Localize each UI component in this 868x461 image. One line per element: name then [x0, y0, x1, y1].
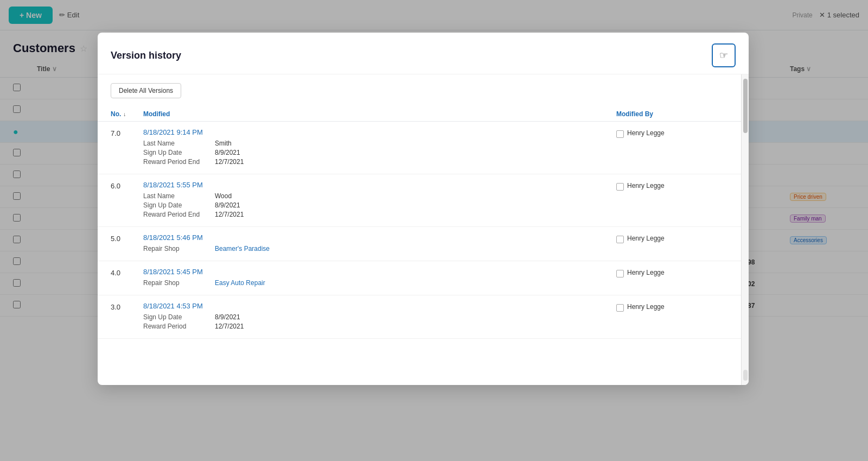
- field-value-reward-period: 12/7/2021: [215, 158, 244, 166]
- field-value-signup: 8/9/2021: [215, 313, 240, 321]
- scrollbar-track[interactable]: [741, 74, 749, 385]
- version-field-row: Repair Shop Beamer's Paradise: [143, 245, 616, 252]
- modal-body: Delete All Versions No. ↓ Modified Modif…: [98, 74, 749, 385]
- version-number: 3.0: [111, 302, 143, 311]
- version-entry-5: 5.0 8/18/2021 5:46 PM Repair Shop Beamer…: [98, 227, 749, 261]
- field-label-signup: Sign Up Date: [143, 313, 208, 321]
- version-select-checkbox[interactable]: [616, 270, 624, 277]
- version-modified-by: Henry Legge: [616, 302, 736, 312]
- version-number: 5.0: [111, 233, 143, 243]
- version-field-row: Sign Up Date 8/9/2021: [143, 201, 616, 209]
- version-author-name: Henry Legge: [627, 235, 665, 242]
- version-field-row: Sign Up Date 8/9/2021: [143, 313, 616, 321]
- version-select-checkbox[interactable]: [616, 183, 624, 191]
- version-date[interactable]: 8/18/2021 4:53 PM: [143, 302, 616, 310]
- col-no-header[interactable]: No. ↓: [111, 110, 143, 118]
- version-entry-7: 7.0 8/18/2021 9:14 PM Last Name Smith Si…: [98, 122, 749, 174]
- version-details: 8/18/2021 9:14 PM Last Name Smith Sign U…: [143, 128, 616, 167]
- field-label-signup: Sign Up Date: [143, 201, 208, 209]
- version-date[interactable]: 8/18/2021 5:46 PM: [143, 233, 616, 242]
- version-select-checkbox[interactable]: [616, 130, 624, 138]
- version-field-row: Sign Up Date 8/9/2021: [143, 149, 616, 156]
- version-field-row: Reward Period 12/7/2021: [143, 323, 616, 330]
- field-label-last-name: Last Name: [143, 192, 208, 200]
- version-details: 8/18/2021 4:53 PM Sign Up Date 8/9/2021 …: [143, 302, 616, 332]
- field-label-signup: Sign Up Date: [143, 149, 208, 156]
- field-link-easy-auto[interactable]: Easy Auto Repair: [215, 279, 265, 287]
- version-row: 5.0 8/18/2021 5:46 PM Repair Shop Beamer…: [111, 233, 736, 254]
- modal-header: Version history ☞: [98, 33, 749, 74]
- version-author-name: Henry Legge: [627, 129, 665, 137]
- scrollbar-thumb[interactable]: [743, 79, 748, 133]
- version-details: 8/18/2021 5:45 PM Repair Shop Easy Auto …: [143, 268, 616, 288]
- version-row: 7.0 8/18/2021 9:14 PM Last Name Smith Si…: [111, 128, 736, 167]
- col-modified-header[interactable]: Modified: [143, 110, 616, 118]
- version-entry-6: 6.0 8/18/2021 5:55 PM Last Name Wood Sig…: [98, 174, 749, 227]
- field-value-reward-period: 12/7/2021: [215, 211, 244, 218]
- field-label-repair-shop: Repair Shop: [143, 279, 208, 287]
- field-label-reward-period: Reward Period: [143, 323, 208, 330]
- version-modified-by: Henry Legge: [616, 268, 736, 277]
- version-field-row: Last Name Smith: [143, 140, 616, 147]
- version-row: 4.0 8/18/2021 5:45 PM Repair Shop Easy A…: [111, 268, 736, 288]
- version-field-row: Last Name Wood: [143, 192, 616, 200]
- cursor-icon: ☞: [719, 49, 728, 61]
- version-modified-by: Henry Legge: [616, 181, 736, 191]
- version-date[interactable]: 8/18/2021 9:14 PM: [143, 128, 616, 136]
- version-details: 8/18/2021 5:46 PM Repair Shop Beamer's P…: [143, 233, 616, 254]
- version-field-row: Reward Period End 12/7/2021: [143, 158, 616, 166]
- modal-close-button[interactable]: ☞: [712, 43, 736, 67]
- version-modified-by: Henry Legge: [616, 128, 736, 138]
- version-row: 6.0 8/18/2021 5:55 PM Last Name Wood Sig…: [111, 181, 736, 220]
- version-details: 8/18/2021 5:55 PM Last Name Wood Sign Up…: [143, 181, 616, 220]
- field-value-signup: 8/9/2021: [215, 201, 240, 209]
- version-date[interactable]: 8/18/2021 5:45 PM: [143, 268, 616, 276]
- field-value-reward-period: 12/7/2021: [215, 323, 244, 330]
- field-value-last-name: Wood: [215, 192, 232, 200]
- delete-all-versions-button[interactable]: Delete All Versions: [111, 83, 181, 98]
- version-table-header: No. ↓ Modified Modified By: [98, 107, 749, 122]
- modal-title: Version history: [111, 50, 181, 61]
- version-select-checkbox[interactable]: [616, 236, 624, 243]
- version-date[interactable]: 8/18/2021 5:55 PM: [143, 181, 616, 189]
- field-value-last-name: Smith: [215, 140, 232, 147]
- field-label-repair-shop: Repair Shop: [143, 245, 208, 252]
- version-number: 4.0: [111, 268, 143, 277]
- version-author-name: Henry Legge: [627, 269, 665, 276]
- version-row: 3.0 8/18/2021 4:53 PM Sign Up Date 8/9/2…: [111, 302, 736, 332]
- version-author-name: Henry Legge: [627, 182, 665, 190]
- field-label-reward-period: Reward Period End: [143, 211, 208, 218]
- version-select-checkbox[interactable]: [616, 304, 624, 312]
- field-label-last-name: Last Name: [143, 140, 208, 147]
- version-number: 7.0: [111, 128, 143, 137]
- scrollbar-thumb-bottom: [743, 370, 748, 381]
- col-modified-by-header[interactable]: Modified By: [616, 110, 736, 118]
- version-field-row: Repair Shop Easy Auto Repair: [143, 279, 616, 287]
- version-history-modal: Version history ☞ Delete All Versions No…: [98, 33, 749, 385]
- version-author-name: Henry Legge: [627, 303, 665, 311]
- field-label-reward-period: Reward Period End: [143, 158, 208, 166]
- sort-arrow-icon: ↓: [123, 111, 126, 117]
- version-entry-4: 4.0 8/18/2021 5:45 PM Repair Shop Easy A…: [98, 261, 749, 295]
- version-entry-3: 3.0 8/18/2021 4:53 PM Sign Up Date 8/9/2…: [98, 295, 749, 339]
- version-number: 6.0: [111, 181, 143, 190]
- version-modified-by: Henry Legge: [616, 233, 736, 243]
- version-field-row: Reward Period End 12/7/2021: [143, 211, 616, 218]
- field-link-beamers[interactable]: Beamer's Paradise: [215, 245, 270, 252]
- field-value-signup: 8/9/2021: [215, 149, 240, 156]
